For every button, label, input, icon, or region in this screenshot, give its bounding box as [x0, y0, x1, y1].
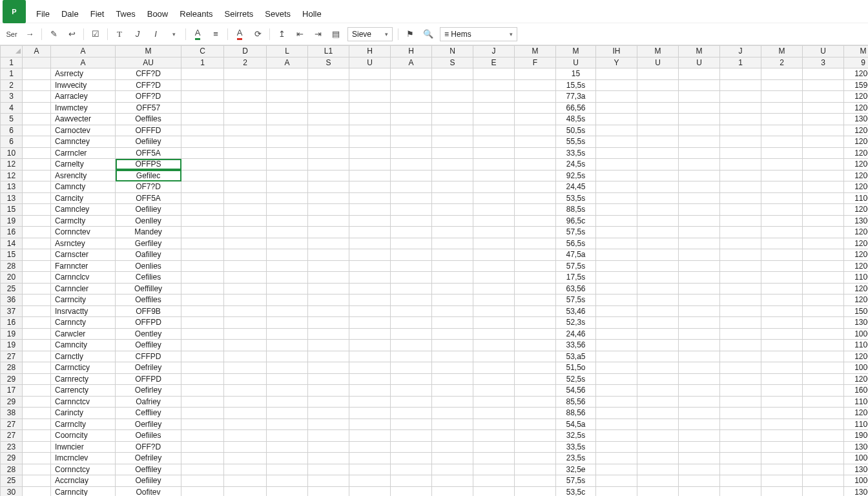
- table-row[interactable]: 28CarrncticyOefriley51,5o1000: [1, 362, 869, 374]
- cell[interactable]: 1000: [844, 362, 869, 374]
- cell[interactable]: [349, 396, 391, 408]
- cell[interactable]: [391, 441, 432, 453]
- cell[interactable]: [761, 159, 803, 170]
- cell[interactable]: [349, 305, 391, 317]
- cell[interactable]: [637, 475, 679, 487]
- cell[interactable]: [637, 464, 679, 475]
- cell[interactable]: [23, 68, 51, 80]
- cell[interactable]: [637, 215, 679, 227]
- table-row[interactable]: 12AsrencltyGefilec92,5s1200: [1, 170, 869, 181]
- cell[interactable]: [720, 317, 761, 329]
- cell[interactable]: [596, 373, 637, 385]
- cell[interactable]: Ceffliey: [116, 408, 181, 419]
- cell[interactable]: [308, 204, 349, 216]
- cell[interactable]: [761, 351, 803, 362]
- cell[interactable]: [308, 283, 349, 294]
- table-row[interactable]: 38CarinctyCeffliey88,561200: [1, 408, 869, 419]
- cell[interactable]: 57,5s: [556, 227, 596, 238]
- cell[interactable]: [267, 204, 308, 216]
- cell[interactable]: [181, 464, 224, 475]
- cell[interactable]: [515, 418, 556, 430]
- cell[interactable]: [803, 125, 844, 136]
- cell[interactable]: OFF9B: [116, 305, 181, 317]
- cell[interactable]: 1300: [844, 441, 869, 453]
- cell[interactable]: [349, 68, 391, 80]
- cell[interactable]: 1200: [844, 227, 869, 238]
- cell[interactable]: [308, 249, 349, 261]
- menu-twes[interactable]: Twes: [116, 9, 135, 19]
- row-header[interactable]: 10: [1, 147, 23, 159]
- cell[interactable]: 92,5s: [556, 170, 596, 181]
- cell[interactable]: [23, 136, 51, 148]
- cell[interactable]: [473, 351, 515, 362]
- table-row[interactable]: 15CamncleyOefiliey88,5s1200: [1, 204, 869, 216]
- cell[interactable]: 1100: [844, 396, 869, 408]
- col-subheader[interactable]: 3: [803, 57, 844, 68]
- cell[interactable]: CFF?D: [116, 79, 181, 91]
- col-subheader[interactable]: AU: [116, 57, 181, 68]
- cell[interactable]: [267, 159, 308, 170]
- cell[interactable]: [432, 396, 473, 408]
- cell[interactable]: [349, 102, 391, 114]
- cell[interactable]: [803, 317, 844, 329]
- cell[interactable]: [515, 272, 556, 284]
- cell[interactable]: [761, 362, 803, 374]
- cell[interactable]: [515, 192, 556, 204]
- cell[interactable]: [803, 68, 844, 80]
- cell[interactable]: Carnncty: [51, 317, 116, 329]
- table-row[interactable]: 23InwncierOFF?D33,5s1300: [1, 441, 869, 453]
- cell[interactable]: [473, 475, 515, 487]
- cell[interactable]: [637, 294, 679, 306]
- cell[interactable]: [679, 102, 720, 114]
- cell[interactable]: [720, 408, 761, 419]
- cell[interactable]: [473, 147, 515, 159]
- cell[interactable]: Asrenclty: [51, 170, 116, 181]
- cell[interactable]: [181, 305, 224, 317]
- cell[interactable]: [23, 238, 51, 249]
- cell[interactable]: 1200: [844, 238, 869, 249]
- cell[interactable]: 1500: [844, 305, 869, 317]
- cell[interactable]: 50,5s: [556, 125, 596, 136]
- cell[interactable]: [761, 475, 803, 487]
- cell[interactable]: [679, 238, 720, 249]
- cell[interactable]: [391, 486, 432, 496]
- table-row[interactable]: 29CarnnctcvOafriey85,561100: [1, 396, 869, 408]
- cell[interactable]: Oeffiles: [116, 294, 181, 306]
- cell[interactable]: [761, 79, 803, 91]
- bold-icon[interactable]: T: [113, 28, 126, 41]
- cell[interactable]: [349, 79, 391, 91]
- cell[interactable]: [473, 238, 515, 249]
- col-header[interactable]: H: [349, 46, 391, 57]
- cell[interactable]: [349, 204, 391, 216]
- cell[interactable]: [515, 294, 556, 306]
- cell[interactable]: [349, 340, 391, 351]
- cell[interactable]: [181, 68, 224, 80]
- row-header[interactable]: 28: [1, 464, 23, 475]
- cell[interactable]: [308, 430, 349, 442]
- cell[interactable]: Coorncity: [51, 430, 116, 442]
- cell[interactable]: Camnctey: [51, 136, 116, 148]
- cell[interactable]: 63,56: [556, 283, 596, 294]
- cell[interactable]: [432, 136, 473, 148]
- cell[interactable]: [432, 475, 473, 487]
- cell[interactable]: 1200: [844, 147, 869, 159]
- cell[interactable]: [432, 249, 473, 261]
- cell[interactable]: [181, 475, 224, 487]
- row-header[interactable]: 3: [1, 91, 23, 103]
- cell[interactable]: [391, 102, 432, 114]
- cell[interactable]: [515, 68, 556, 80]
- cell[interactable]: [473, 340, 515, 351]
- cell[interactable]: [23, 340, 51, 351]
- cell[interactable]: [515, 305, 556, 317]
- cell[interactable]: [803, 102, 844, 114]
- cell[interactable]: [432, 79, 473, 91]
- cell[interactable]: [596, 418, 637, 430]
- cell[interactable]: [267, 249, 308, 261]
- cell[interactable]: [761, 238, 803, 249]
- cell[interactable]: [267, 260, 308, 272]
- cell[interactable]: 77,3a: [556, 91, 596, 103]
- col-subheader[interactable]: A: [391, 57, 432, 68]
- cell[interactable]: [473, 215, 515, 227]
- cell[interactable]: [596, 328, 637, 340]
- cell[interactable]: [679, 272, 720, 284]
